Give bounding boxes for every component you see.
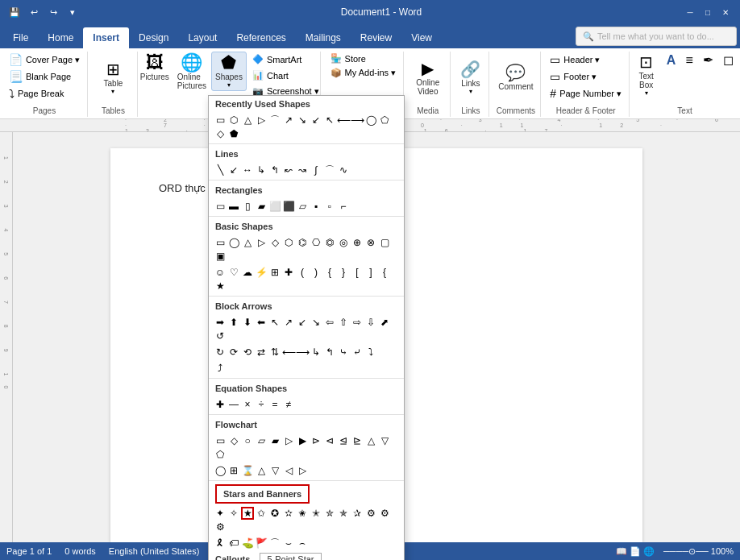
ba-26[interactable]: ⤵ (364, 346, 377, 359)
fc-17[interactable]: ⌛ (241, 464, 254, 477)
ba-3[interactable]: ⬇ (241, 316, 254, 329)
page-number-button[interactable]: # Page Number ▾ (544, 85, 627, 102)
star-10[interactable]: ✯ (337, 507, 350, 520)
banner-2[interactable]: 🏷 (227, 537, 240, 550)
basic-7[interactable]: ⌬ (296, 236, 309, 249)
ba-17[interactable]: ⟲ (241, 346, 254, 359)
line-straight[interactable]: ╲ (214, 164, 227, 176)
fc-19[interactable]: ▽ (268, 464, 281, 477)
close-button[interactable]: ✕ (717, 4, 734, 20)
fc-11[interactable]: ⊵ (351, 434, 364, 447)
basic-19[interactable]: ⊞ (268, 266, 281, 279)
basic-20[interactable]: ✚ (282, 266, 295, 279)
shape-arrow-ne[interactable]: ↗ (282, 114, 295, 127)
rect-2[interactable]: ▬ (227, 200, 240, 213)
shape-arrow-nw[interactable]: ↖ (323, 114, 336, 127)
star-8[interactable]: ✭ (310, 507, 322, 520)
fc-12[interactable]: △ (364, 434, 377, 447)
shape-triangle[interactable]: △ (241, 114, 254, 127)
basic-9[interactable]: ⏣ (323, 236, 336, 249)
ba-23[interactable]: ↰ (323, 346, 336, 359)
basic-3[interactable]: △ (241, 236, 254, 249)
basic-4[interactable]: ▷ (255, 236, 268, 249)
banner-4[interactable]: 🚩 (255, 537, 268, 550)
basic-13[interactable]: ▢ (378, 236, 391, 249)
text-box-button[interactable]: ⊡ TextBox ▾ (632, 52, 661, 99)
ba-11[interactable]: ⇨ (351, 316, 364, 329)
tab-mailings[interactable]: Mailings (296, 27, 351, 48)
object-button[interactable]: ◻ (719, 52, 738, 69)
tab-references[interactable]: References (227, 27, 295, 48)
line-darrow[interactable]: ↔ (241, 164, 254, 176)
ba-21[interactable]: ⟶ (296, 346, 309, 359)
tab-home[interactable]: Home (38, 27, 83, 48)
save-button[interactable]: 💾 (6, 4, 23, 20)
line-wave[interactable]: ∿ (337, 164, 350, 176)
fc-5[interactable]: ▰ (268, 434, 281, 447)
shape-diamond[interactable]: ◇ (214, 127, 227, 140)
banner-6[interactable]: ⌣ (282, 537, 295, 550)
eq-1[interactable]: ✚ (214, 398, 227, 411)
ba-1[interactable]: ➡ (214, 316, 227, 329)
redo-button[interactable]: ↪ (45, 4, 61, 20)
gear-2[interactable]: ⚙ (378, 507, 391, 520)
star-11[interactable]: ✰ (351, 507, 364, 520)
rect-8[interactable]: ▪ (310, 200, 322, 213)
shape-octagon[interactable]: ⬟ (227, 127, 240, 140)
rect-3[interactable]: ▯ (241, 200, 254, 213)
cover-page-button[interactable]: 📄 Cover Page ▾ (3, 52, 85, 68)
ba-24[interactable]: ⤷ (337, 346, 350, 359)
eq-3[interactable]: × (241, 398, 254, 411)
read-view-button[interactable]: 📖 (616, 546, 627, 557)
online-video-button[interactable]: ▶ OnlineVideo (412, 58, 443, 98)
minimize-button[interactable]: ─ (682, 4, 698, 20)
myadd-ins-button[interactable]: 📦 My Add-ins ▾ (325, 66, 401, 80)
table-button[interactable]: ⊞ Table ▾ (98, 59, 127, 97)
ba-19[interactable]: ⇅ (268, 346, 281, 359)
basic-18[interactable]: ⚡ (255, 266, 268, 279)
ba-14[interactable]: ↺ (214, 330, 227, 342)
star-9[interactable]: ✮ (323, 507, 336, 520)
shape-arrow-right[interactable]: ▷ (255, 114, 268, 127)
basic-28[interactable]: ★ (214, 280, 227, 292)
rect-5[interactable]: ⬜ (268, 200, 281, 213)
links-button[interactable]: 🔗 Links ▾ (456, 59, 485, 97)
pictures-button[interactable]: 🖼 Pictures (137, 52, 173, 84)
fc-2[interactable]: ◇ (227, 434, 240, 447)
fc-1[interactable]: ▭ (214, 434, 227, 447)
basic-27[interactable]: { (378, 266, 391, 279)
banner-1[interactable]: 🎗 (214, 537, 227, 550)
basic-14[interactable]: ▣ (214, 250, 227, 263)
line-arrow[interactable]: ↙ (227, 164, 240, 176)
eq-5[interactable]: = (268, 398, 281, 411)
ba-8[interactable]: ↘ (310, 316, 322, 329)
undo-button[interactable]: ↩ (26, 4, 42, 20)
ba-18[interactable]: ⇄ (255, 346, 268, 359)
basic-5[interactable]: ◇ (268, 236, 281, 249)
page-break-button[interactable]: ⤵ Page Break (3, 85, 69, 102)
fc-21[interactable]: ▷ (296, 464, 309, 477)
tab-view[interactable]: View (401, 27, 442, 48)
basic-26[interactable]: ] (364, 266, 377, 279)
banner-7[interactable]: ⌢ (296, 537, 309, 550)
basic-25[interactable]: [ (351, 266, 364, 279)
maximize-button[interactable]: □ (700, 4, 716, 20)
basic-2[interactable]: ◯ (227, 236, 240, 249)
shapes-button[interactable]: ⬟ Shapes ▾ (211, 52, 247, 91)
shape-arrow-sw[interactable]: ↙ (310, 114, 322, 127)
shape-right-arrow[interactable]: ⟶ (351, 114, 364, 127)
ba-5[interactable]: ↖ (268, 316, 281, 329)
shape-arc[interactable]: ⌒ (268, 114, 281, 127)
line-s[interactable]: ∫ (310, 164, 322, 176)
fc-3[interactable]: ○ (241, 434, 254, 447)
rect-7[interactable]: ▱ (296, 200, 309, 213)
ba-7[interactable]: ↙ (296, 316, 309, 329)
gear-1[interactable]: ⚙ (364, 507, 377, 520)
rect-1[interactable]: ▭ (214, 200, 227, 213)
rect-4[interactable]: ▰ (255, 200, 268, 213)
basic-6[interactable]: ⬡ (282, 236, 295, 249)
rect-10[interactable]: ⌐ (337, 200, 350, 213)
fc-7[interactable]: ▶ (296, 434, 309, 447)
star-4[interactable]: ✩ (255, 507, 268, 520)
star-7[interactable]: ✬ (296, 507, 309, 520)
